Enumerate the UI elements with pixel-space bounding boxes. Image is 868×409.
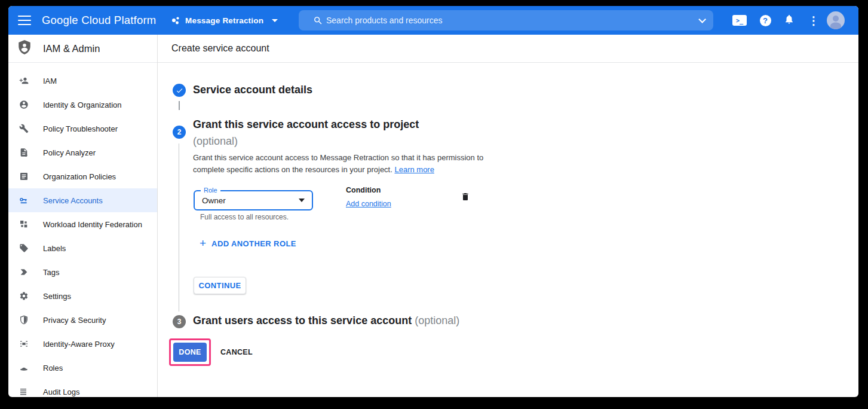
delete-role-button[interactable] (461, 191, 470, 204)
gear-icon (19, 291, 29, 301)
search-bar[interactable] (299, 10, 713, 30)
sidebar-title: IAM & Admin (43, 43, 100, 54)
flag-tag-icon (19, 267, 29, 277)
person-add-icon (19, 76, 29, 86)
step2-description: Grant this service account access to Mes… (193, 152, 487, 176)
iam-admin-shield-icon (17, 39, 32, 58)
role-selected-value: Owner (202, 191, 226, 209)
sidebar-item-service-accounts[interactable]: Service Accounts (8, 188, 157, 212)
step1-title: Service account details (193, 84, 312, 96)
sidebar-nav: IAM Identity & Organization Policy Troub… (8, 63, 157, 397)
page-title-row: Create service account (158, 35, 858, 63)
plus-icon: + (200, 239, 206, 248)
sidebar-item-workload-identity-federation[interactable]: Workload Identity Federation (8, 212, 157, 236)
squares-icon (19, 219, 29, 229)
chevron-down-icon (272, 19, 278, 22)
add-condition-link[interactable]: Add condition (346, 200, 391, 208)
help-icon: ? (760, 15, 771, 26)
help-button[interactable]: ? (758, 6, 772, 35)
sidebar-item-labels[interactable]: Labels (8, 236, 157, 260)
step2-number-badge: 2 (173, 126, 186, 139)
gcp-logo[interactable]: Google Cloud Platform (42, 6, 156, 35)
sidebar-item-iam[interactable]: IAM (8, 69, 157, 93)
role-help-text: Full access to all resources. (200, 213, 289, 221)
trash-icon (461, 191, 470, 202)
condition-label: Condition (346, 186, 381, 194)
hamburger-menu-icon[interactable] (18, 14, 32, 26)
sidebar-item-identity-organization[interactable]: Identity & Organization (8, 93, 157, 117)
step2-optional-label: (optional) (193, 135, 238, 148)
project-name: Message Retraction (185, 16, 263, 25)
sidebar-header: IAM & Admin (8, 35, 157, 63)
sidebar-item-roles[interactable]: Roles (8, 356, 157, 380)
create-service-account-form: Service account details 2 Grant this ser… (158, 63, 858, 397)
continue-button[interactable]: CONTINUE (194, 277, 246, 294)
step3-title: Grant users access to this service accou… (193, 315, 459, 327)
shield-icon (19, 315, 29, 325)
cancel-button[interactable]: CANCEL (220, 343, 253, 362)
project-selector[interactable]: Message Retraction (171, 6, 278, 35)
sidebar-item-policy-analyzer[interactable]: Policy Analyzer (8, 141, 157, 164)
search-input[interactable] (326, 16, 698, 25)
sidebar-item-identity-aware-proxy[interactable]: Identity-Aware Proxy (8, 332, 157, 356)
cloud-shell-button[interactable]: >_ (732, 6, 747, 35)
step3-number-badge: 3 (173, 315, 186, 328)
checkmark-icon (176, 87, 183, 94)
search-expand-chevron-icon[interactable] (698, 16, 706, 23)
wrench-icon (19, 124, 29, 133)
account-circle-icon (19, 100, 29, 109)
sidebar-item-organization-policies[interactable]: Organization Policies (8, 164, 157, 188)
person-icon (827, 11, 845, 29)
key-icon (19, 196, 29, 205)
learn-more-link[interactable]: Learn more (394, 165, 434, 174)
top-navigation-bar: Google Cloud Platform Message Retraction… (8, 6, 858, 35)
document-gear-icon (19, 148, 29, 157)
sidebar-item-settings[interactable]: Settings (8, 284, 157, 308)
sidebar-item-tags[interactable]: Tags (8, 260, 157, 284)
kebab-menu-icon: ⋮ (808, 14, 820, 28)
terminal-icon: >_ (732, 15, 747, 26)
step2-title: Grant this service account access to pro… (193, 118, 419, 131)
sidebar-item-policy-troubleshooter[interactable]: Policy Troubleshooter (8, 117, 157, 141)
list-icon (19, 387, 29, 396)
more-options-button[interactable]: ⋮ (806, 6, 821, 35)
main-panel: Create service account Service account d… (158, 35, 858, 397)
project-cluster-icon (171, 16, 180, 25)
article-icon (19, 172, 29, 181)
step3-optional-label: (optional) (415, 315, 459, 326)
add-another-role-button[interactable]: + ADD ANOTHER ROLE (200, 239, 296, 248)
search-icon (313, 16, 323, 25)
notifications-button[interactable] (782, 6, 796, 35)
tag-icon (19, 243, 29, 253)
page-title: Create service account (171, 43, 269, 54)
sidebar-item-audit-logs[interactable]: Audit Logs (8, 380, 157, 397)
step1-complete-icon (173, 84, 186, 97)
sidebar-item-privacy-security[interactable]: Privacy & Security (8, 308, 157, 332)
sidebar: IAM & Admin IAM Identity & Organization … (8, 35, 158, 397)
bell-icon (784, 14, 795, 27)
hat-icon (19, 363, 29, 373)
done-button[interactable]: DONE (173, 343, 207, 362)
app-window: Google Cloud Platform Message Retraction… (8, 6, 858, 397)
proxy-icon (19, 339, 29, 349)
role-dropdown[interactable]: Role Owner (194, 190, 313, 210)
step-connector (179, 144, 179, 312)
dropdown-caret-icon (299, 199, 305, 202)
account-avatar[interactable] (827, 11, 845, 29)
step-connector (179, 101, 180, 110)
